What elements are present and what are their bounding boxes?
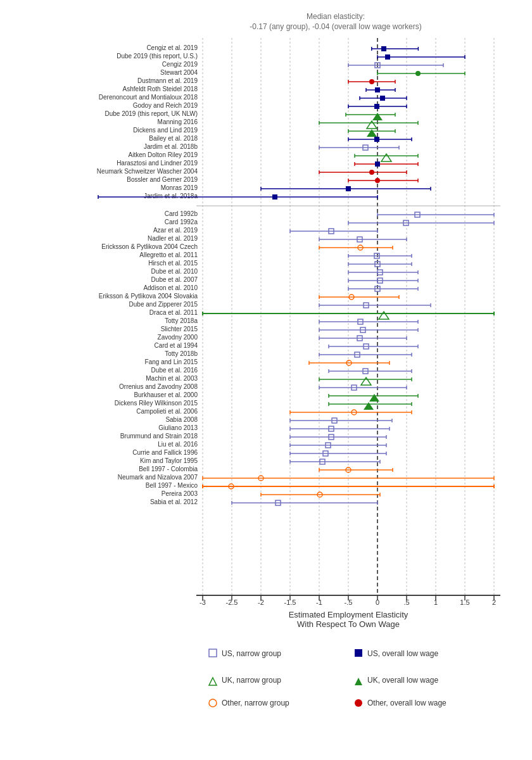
point-aitken2019 <box>381 154 391 162</box>
svg-text:Eriksson & Pytlikova 2004 Slov: Eriksson & Pytlikova 2004 Slovakia <box>99 293 198 300</box>
svg-text:Derenoncourt and Montialoux 20: Derenoncourt and Montialoux 2018 <box>99 94 198 101</box>
point-jardim2018a <box>272 194 277 200</box>
svg-text:Bell 1997 - Colombia: Bell 1997 - Colombia <box>139 466 198 472</box>
legend-other-narrow-label: Other, narrow group <box>222 699 289 707</box>
point-draca2011 <box>379 312 389 319</box>
legend-uk-narrow-icon <box>209 678 217 685</box>
legend-other-narrow-icon <box>209 699 217 707</box>
svg-text:Totty 2018b: Totty 2018b <box>165 350 198 357</box>
point-neumark2004 <box>369 170 374 175</box>
svg-text:Slichter 2015: Slichter 2015 <box>161 326 198 332</box>
legend-uk-narrow-label: UK, narrow group <box>222 676 281 685</box>
main-chart: Median elasticity: -0.17 (any group), -0… <box>0 0 532 760</box>
point-godoy2019 <box>374 104 379 109</box>
svg-text:Monras 2019: Monras 2019 <box>161 184 198 191</box>
legend-us-narrow-icon <box>209 649 217 657</box>
svg-text:Fang and Lin 2015: Fang and Lin 2015 <box>145 358 198 365</box>
legend-uk-overall-icon <box>355 678 362 685</box>
legend-other-overall-label: Other, overall low wage <box>367 699 446 707</box>
svg-text:Manning 2016: Manning 2016 <box>158 118 198 125</box>
x-axis-title: Estimated Employment Elasticity <box>289 610 408 619</box>
point-cengiz2019 <box>381 46 386 51</box>
svg-text:Brummund and Strain 2018: Brummund and Strain 2018 <box>120 433 198 440</box>
point-monras2019 <box>346 186 351 191</box>
svg-text:Pereira 2003: Pereira 2003 <box>162 490 198 497</box>
svg-text:Dube et al. 2007: Dube et al. 2007 <box>151 276 198 283</box>
point-dickens2019 <box>367 129 377 137</box>
point-dube2019us <box>385 54 390 60</box>
svg-text:Burkhauser et al. 2000: Burkhauser et al. 2000 <box>134 391 198 398</box>
svg-text:Bell 1997 - Mexico: Bell 1997 - Mexico <box>146 482 198 489</box>
svg-text:Bailey et al. 2018: Bailey et al. 2018 <box>149 135 198 142</box>
point-dickens2015 <box>364 402 374 410</box>
chart-container: Median elasticity: -0.17 (any group), -0… <box>0 0 532 760</box>
svg-text:Card et al 1994: Card et al 1994 <box>155 342 198 349</box>
point-dustmann2019 <box>369 79 374 84</box>
legend-us-overall-icon <box>355 649 362 657</box>
svg-text:Dube and Zipperer 2015: Dube and Zipperer 2015 <box>129 301 198 308</box>
svg-text:Orrenius and Zavodny 2008: Orrenius and Zavodny 2008 <box>119 383 198 390</box>
svg-text:Dube 2019 (this report, U.S.): Dube 2019 (this report, U.S.) <box>117 53 198 60</box>
point-bailey2018 <box>374 137 379 142</box>
svg-text:Card 1992a: Card 1992a <box>165 218 198 225</box>
svg-text:Cengiz et al. 2019: Cengiz et al. 2019 <box>146 44 198 51</box>
svg-text:Hirsch et al. 2015: Hirsch et al. 2015 <box>148 260 198 267</box>
subtitle: Median elasticity: <box>307 12 365 21</box>
point-haras2019 <box>375 162 380 167</box>
x-ticks <box>203 595 494 600</box>
svg-text:Dickens and Lind 2019: Dickens and Lind 2019 <box>133 127 198 134</box>
point-dube2019uk <box>372 113 383 120</box>
svg-text:Currie and Fallick 1996: Currie and Fallick 1996 <box>132 449 198 456</box>
point-manning2016 <box>367 121 377 129</box>
legend-other-overall-icon <box>355 699 362 707</box>
svg-text:Nadler et al. 2019: Nadler et al. 2019 <box>148 235 198 242</box>
svg-text:Dube et al. 2016: Dube et al. 2016 <box>151 367 198 374</box>
legend-us-narrow-label: US, narrow group <box>222 649 281 658</box>
x-axis-labels: -3 -2.5 -2 -1.5 -1 -.5 0 .5 1 1.5 2 <box>200 598 496 606</box>
svg-text:Dickens Riley Wilkinson 2015: Dickens Riley Wilkinson 2015 <box>115 400 198 407</box>
svg-text:Addison et al. 2010: Addison et al. 2010 <box>143 284 198 291</box>
svg-text:Cengiz 2019: Cengiz 2019 <box>162 61 198 68</box>
svg-text:Dube et al. 2010: Dube et al. 2010 <box>151 268 198 275</box>
data-rows: Cengiz et al. 2019 Dube 2019 (this repor… <box>97 44 500 600</box>
svg-text:Allegretto et al. 2011: Allegretto et al. 2011 <box>139 251 198 258</box>
svg-text:Draca et al. 2011: Draca et al. 2011 <box>149 309 198 316</box>
legend-uk-overall-label: UK, overall low wage <box>367 676 438 685</box>
point-bossler2019 <box>375 178 380 183</box>
svg-text:Jardim et al. 2018b: Jardim et al. 2018b <box>144 143 198 150</box>
svg-text:Totty 2018a: Totty 2018a <box>165 317 198 324</box>
svg-text:Card 1992b: Card 1992b <box>165 210 198 217</box>
svg-text:Aitken Dolton Riley 2019: Aitken Dolton Riley 2019 <box>128 151 198 158</box>
svg-text:Ashfeldt Roth Steidel 2018: Ashfeldt Roth Steidel 2018 <box>123 86 198 92</box>
svg-text:Stewart 2004: Stewart 2004 <box>160 69 198 76</box>
svg-text:Harasztosi and Lindner 2019: Harasztosi and Lindner 2019 <box>117 160 198 167</box>
svg-text:Kim and Taylor 1995: Kim and Taylor 1995 <box>140 457 198 464</box>
point-machin2003 <box>361 377 371 385</box>
grid-lines <box>203 38 494 595</box>
svg-text:Sabia 2008: Sabia 2008 <box>165 416 198 423</box>
svg-text:Dustmann et al. 2019: Dustmann et al. 2019 <box>137 77 198 84</box>
point-deron2018 <box>380 96 385 101</box>
svg-text:Liu et al. 2016: Liu et al. 2016 <box>158 441 198 448</box>
point-ashfeldt2018 <box>375 87 380 92</box>
svg-text:Sabia et al. 2012: Sabia et al. 2012 <box>150 498 198 505</box>
svg-text:Zavodny 2000: Zavodny 2000 <box>158 334 198 341</box>
svg-text:Giuliano 2013: Giuliano 2013 <box>158 424 198 431</box>
svg-text:Bossler and Gerner 2019: Bossler and Gerner 2019 <box>127 176 198 183</box>
legend-us-overall-label: US, overall low wage <box>367 649 438 658</box>
svg-text:Dube 2019 (this report, UK NLW: Dube 2019 (this report, UK NLW) <box>104 110 198 117</box>
x-axis-title2: With Respect To Own Wage <box>297 619 400 629</box>
svg-text:Jardim et al. 2018a: Jardim et al. 2018a <box>144 193 198 200</box>
point-stewart2004 <box>415 71 421 76</box>
svg-text:Neumark Schweitzer Wascher 200: Neumark Schweitzer Wascher 2004 <box>97 168 198 175</box>
svg-text:Godoy and Reich 2019: Godoy and Reich 2019 <box>133 102 198 109</box>
svg-text:Azar et al. 2019: Azar et al. 2019 <box>153 227 198 234</box>
svg-text:Ericksson & Pytlikova 2004 Cze: Ericksson & Pytlikova 2004 Czech <box>101 243 198 250</box>
svg-text:Machin et al. 2003: Machin et al. 2003 <box>146 375 198 382</box>
svg-text:Neumark and Nizalova 2007: Neumark and Nizalova 2007 <box>118 474 198 481</box>
subtitle2: -0.17 (any group), -0.04 (overall low wa… <box>250 22 421 31</box>
legend: US, narrow group US, overall low wage UK… <box>209 649 446 707</box>
svg-text:Campolieti et al. 2006: Campolieti et al. 2006 <box>136 408 198 415</box>
